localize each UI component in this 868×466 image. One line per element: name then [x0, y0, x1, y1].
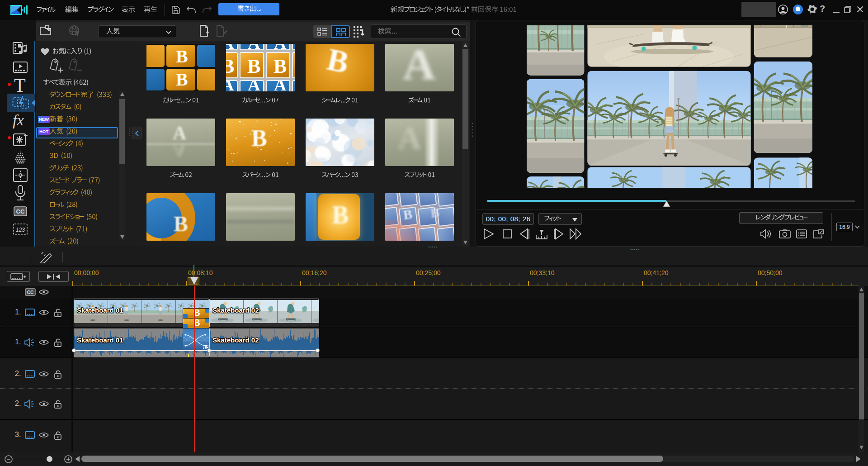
- svg-text:123: 123: [16, 227, 25, 233]
- svg-text:CC: CC: [27, 290, 33, 295]
- svg-text:CC: CC: [16, 208, 25, 215]
